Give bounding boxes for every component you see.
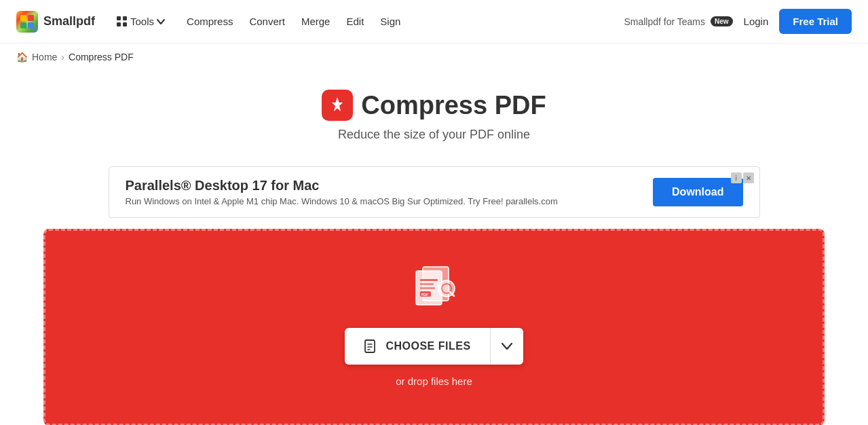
nav-sign[interactable]: Sign [380,13,400,30]
breadcrumb-separator: › [61,52,64,62]
ad-info-button[interactable]: i [731,172,742,183]
dropdown-chevron-icon [502,341,512,352]
svg-rect-2 [20,22,26,29]
chevron-down-icon [157,19,165,24]
breadcrumb-home[interactable]: Home [32,52,57,62]
ad-close-buttons: i ✕ [731,172,754,183]
ad-close-button[interactable]: ✕ [743,172,754,183]
nav-convert[interactable]: Convert [249,13,285,30]
choose-files-label: CHOOSE FILES [385,340,470,352]
brand-name: Smallpdf [43,14,95,29]
hero-section: Compress PDF Reduce the size of your PDF… [0,71,868,155]
ad-title: Parallels® Desktop 17 for Mac [126,178,558,193]
main-content: Compress PDF Reduce the size of your PDF… [0,71,868,425]
choose-files-dropdown-button[interactable] [490,328,523,365]
home-icon: 🏠 [16,52,28,62]
grid-icon [117,16,128,27]
compress-icon [322,90,353,121]
ad-download-button[interactable]: Download [653,178,742,206]
svg-rect-3 [28,22,34,29]
svg-rect-7 [420,283,434,285]
drop-hint: or drop files here [396,375,472,387]
logo-icon [16,11,38,33]
nav-right: Smallpdf for Teams New Login Free Trial [624,9,852,34]
page-title: Compress PDF [11,90,857,121]
breadcrumb-current: Compress PDF [69,52,134,62]
tools-label: Tools [130,16,154,27]
svg-text:PDF: PDF [421,293,428,297]
file-drop-zone[interactable]: PDF CHOOSE FILES or dr [43,229,825,425]
teams-section: Smallpdf for Teams New [624,16,732,27]
breadcrumb: 🏠 Home › Compress PDF [0,43,868,71]
choose-files-row: CHOOSE FILES [345,328,523,365]
choose-files-button[interactable]: CHOOSE FILES [345,328,489,365]
svg-rect-1 [28,15,34,21]
free-trial-button[interactable]: Free Trial [779,9,852,34]
navbar: Smallpdf Tools Compress Convert Merge Ed… [0,0,868,43]
hero-subtitle: Reduce the size of your PDF online [11,128,857,142]
ad-description: Run Windows on Intel & Apple M1 chip Mac… [126,196,558,206]
ad-banner: i ✕ Parallels® Desktop 17 for Mac Run Wi… [109,166,760,218]
ad-text: Parallels® Desktop 17 for Mac Run Window… [126,178,558,206]
svg-rect-8 [420,287,435,289]
drop-icon: PDF [404,261,465,312]
nav-edit[interactable]: Edit [346,13,364,30]
nav-compress[interactable]: Compress [187,13,233,30]
logo[interactable]: Smallpdf [16,11,95,33]
nav-left: Smallpdf Tools Compress Convert Merge Ed… [16,11,400,33]
svg-rect-0 [20,15,26,21]
tools-menu-button[interactable]: Tools [111,13,170,30]
svg-rect-14 [365,340,375,352]
teams-label: Smallpdf for Teams [624,16,705,27]
nav-merge[interactable]: Merge [301,13,331,30]
new-badge: New [711,16,733,26]
file-icon [364,339,379,354]
login-button[interactable]: Login [744,16,769,27]
svg-rect-6 [420,279,438,281]
